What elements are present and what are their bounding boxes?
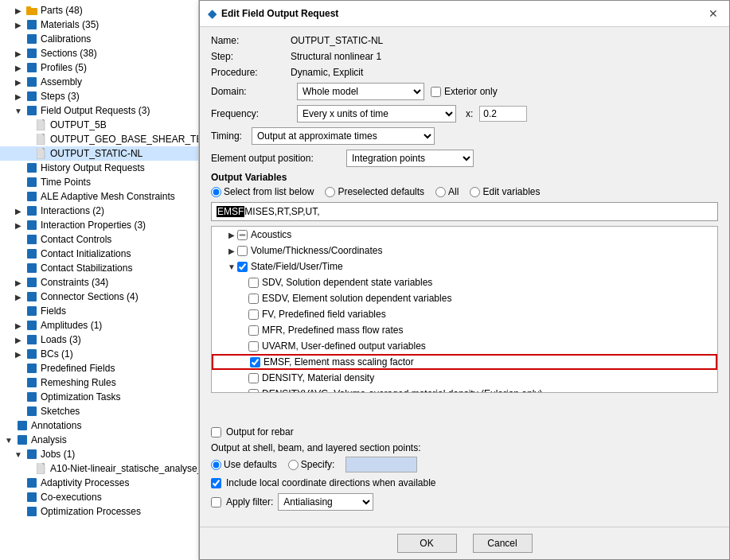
specify-input[interactable] bbox=[345, 457, 417, 472]
tree-label-density: DENSITY, Material density bbox=[262, 372, 374, 383]
include-checkbox[interactable] bbox=[211, 478, 221, 488]
sidebar-item-sketches[interactable]: Sketches bbox=[0, 404, 198, 418]
sidebar-item-label: Materials (35) bbox=[41, 19, 99, 30]
sidebar-item-output-5b[interactable]: OUTPUT_5B bbox=[0, 118, 198, 132]
element-output-select[interactable]: Integration points bbox=[346, 150, 474, 167]
sidebar-item-materials[interactable]: ▶Materials (35) bbox=[0, 18, 198, 32]
expander-icon bbox=[13, 377, 24, 388]
sidebar-item-job-a10[interactable]: A10-Niet-lineair_statische_analyse_m... bbox=[0, 461, 198, 476]
radio-all[interactable] bbox=[435, 187, 446, 197]
sidebar-item-parts[interactable]: ▶Parts (48) bbox=[0, 3, 198, 18]
tree-checkbox-state-field[interactable] bbox=[237, 262, 248, 272]
sidebar-item-analysis[interactable]: ▼Analysis bbox=[0, 433, 198, 447]
sidebar-item-history-output[interactable]: History Output Requests bbox=[0, 161, 198, 175]
sidebar-item-jobs[interactable]: ▼Jobs (1) bbox=[0, 447, 198, 461]
tree-checkbox-acoustics[interactable] bbox=[237, 230, 248, 240]
sidebar-item-ale[interactable]: ALE Adaptive Mesh Constraints bbox=[0, 189, 198, 204]
sidebar-item-amplitudes[interactable]: ▶Amplitudes (1) bbox=[0, 318, 198, 332]
sidebar-item-field-output[interactable]: ▼Field Output Requests (3) bbox=[0, 103, 198, 118]
sidebar-item-interaction-props[interactable]: ▶Interaction Properties (3) bbox=[0, 218, 198, 232]
use-defaults-item[interactable]: Use defaults bbox=[211, 459, 277, 470]
sidebar-item-output-geo[interactable]: OUTPUT_GEO_BASE_SHEAR_TB bbox=[0, 132, 198, 146]
tree-checkbox-esdv[interactable] bbox=[248, 294, 259, 304]
name-label: Name: bbox=[211, 35, 291, 46]
specify-radio[interactable] bbox=[288, 460, 299, 470]
sidebar-item-steps[interactable]: ▶Steps (3) bbox=[0, 89, 198, 103]
tree-item-state-field[interactable]: ▼State/Field/User/Time bbox=[212, 259, 717, 274]
tree-checkbox-densityavg[interactable] bbox=[248, 389, 259, 394]
tree-checkbox-volume[interactable] bbox=[237, 246, 248, 256]
frequency-select[interactable]: Every x units of time bbox=[297, 105, 456, 122]
radio-preselected-item[interactable]: Preselected defaults bbox=[325, 186, 424, 197]
sidebar-item-contact-stab[interactable]: Contact Stabilizations bbox=[0, 261, 198, 275]
tree-expander-icon: ▶ bbox=[226, 247, 237, 255]
rebar-label: Output for rebar bbox=[226, 426, 294, 438]
sidebar-item-predefined[interactable]: Predefined Fields bbox=[0, 361, 198, 375]
tree-checkbox-mfr[interactable] bbox=[248, 325, 259, 336]
sidebar-item-opt-tasks[interactable]: Optimization Tasks bbox=[0, 390, 198, 404]
apply-filter-checkbox[interactable] bbox=[211, 497, 221, 508]
sidebar-item-sections[interactable]: ▶Sections (38) bbox=[0, 46, 198, 60]
exterior-only-checkbox[interactable] bbox=[431, 87, 441, 97]
sidebar-item-fields[interactable]: Fields bbox=[0, 304, 198, 318]
sidebar-item-contact-init[interactable]: Contact Initializations bbox=[0, 247, 198, 261]
radio-edit-item[interactable]: Edit variables bbox=[470, 186, 540, 197]
sidebar-item-annotations[interactable]: Annotations bbox=[0, 418, 198, 433]
dialog-body: Name: OUTPUT_STATIC-NL Step: Structural … bbox=[200, 27, 729, 422]
ok-button[interactable]: OK bbox=[397, 534, 457, 553]
svg-rect-1 bbox=[26, 6, 31, 10]
tree-item-sdv[interactable]: SDV, Solution dependent state variables bbox=[212, 274, 717, 290]
sidebar-item-profiles[interactable]: ▶Profiles (5) bbox=[0, 60, 198, 75]
tree-item-volume[interactable]: ▶Volume/Thickness/Coordinates bbox=[212, 243, 717, 259]
expander-icon: ▶ bbox=[13, 277, 24, 288]
radio-select-item[interactable]: Select from list below bbox=[211, 186, 314, 197]
radio-preselected[interactable] bbox=[325, 187, 335, 197]
tree-checkbox-density[interactable] bbox=[248, 373, 259, 383]
sidebar-item-label: OUTPUT_5B bbox=[50, 119, 107, 130]
specify-item[interactable]: Specify: bbox=[288, 459, 335, 470]
tree-item-density[interactable]: DENSITY, Material density bbox=[212, 370, 717, 386]
sidebar-item-output-static[interactable]: OUTPUT_STATIC-NL bbox=[0, 146, 198, 161]
timing-select[interactable]: Output at approximate times bbox=[252, 127, 435, 145]
tree-item-densityavg[interactable]: DENSITYVAVG, Volume-averaged material de… bbox=[212, 386, 717, 393]
sidebar-item-connector-sections[interactable]: ▶Connector Sections (4) bbox=[0, 290, 198, 304]
sidebar-item-bcs[interactable]: ▶BCs (1) bbox=[0, 347, 198, 361]
tree-checkbox-sdv[interactable] bbox=[248, 278, 259, 288]
sidebar-item-loads[interactable]: ▶Loads (3) bbox=[0, 332, 198, 347]
cancel-button[interactable]: Cancel bbox=[473, 534, 533, 553]
tree-checkbox-emsf[interactable] bbox=[250, 357, 260, 368]
tree-item-mfr[interactable]: MFR, Predefined mass flow rates bbox=[212, 322, 717, 338]
sidebar-item-co-exec[interactable]: Co-executions bbox=[0, 490, 198, 504]
expander-icon bbox=[22, 119, 33, 130]
filter-select[interactable]: Antialiasing None bbox=[278, 493, 373, 511]
tree-item-acoustics[interactable]: ▶Acoustics bbox=[212, 227, 717, 243]
radio-edit[interactable] bbox=[470, 187, 480, 197]
tree-item-esdv[interactable]: ESDV, Element solution dependent variabl… bbox=[212, 290, 717, 306]
use-defaults-radio[interactable] bbox=[211, 460, 221, 470]
x-input[interactable]: 0.2 bbox=[479, 106, 527, 122]
sidebar-item-assembly[interactable]: ▶Assembly bbox=[0, 75, 198, 89]
sidebar-item-calibrations[interactable]: Calibrations bbox=[0, 32, 198, 46]
output-tree[interactable]: ▶Acoustics▶Volume/Thickness/Coordinates▼… bbox=[211, 226, 718, 393]
domain-select[interactable]: Whole model bbox=[297, 83, 424, 100]
sidebar-item-adaptivity[interactable]: Adaptivity Processes bbox=[0, 476, 198, 490]
sidebar-item-remeshing[interactable]: Remeshing Rules bbox=[0, 375, 198, 390]
include-row: Include local coordinate directions when… bbox=[211, 477, 718, 488]
tree-item-fv[interactable]: FV, Predefined field variables bbox=[212, 306, 717, 322]
radio-select[interactable] bbox=[211, 187, 221, 197]
close-button[interactable]: ✕ bbox=[705, 6, 721, 21]
sidebar-item-constraints[interactable]: ▶Constraints (34) bbox=[0, 275, 198, 290]
radio-all-item[interactable]: All bbox=[435, 186, 459, 197]
sidebar-item-time-points[interactable]: Time Points bbox=[0, 175, 198, 189]
tree-checkbox-uvarm[interactable] bbox=[248, 341, 259, 352]
output-vars-label: Output Variables bbox=[211, 172, 718, 183]
tree-item-uvarm[interactable]: UVARM, User-defined output variables bbox=[212, 338, 717, 354]
rebar-checkbox[interactable] bbox=[211, 427, 221, 438]
expander-icon: ▼ bbox=[3, 434, 14, 445]
tree-item-emsf[interactable]: EMSF, Element mass scaling factor bbox=[212, 354, 717, 370]
sidebar-item-interactions[interactable]: ▶Interactions (2) bbox=[0, 204, 198, 218]
expander-icon bbox=[13, 477, 24, 488]
tree-checkbox-fv[interactable] bbox=[248, 309, 259, 320]
sidebar-item-opt-processes[interactable]: Optimization Processes bbox=[0, 504, 198, 519]
sidebar-item-contact-controls[interactable]: Contact Controls bbox=[0, 232, 198, 247]
